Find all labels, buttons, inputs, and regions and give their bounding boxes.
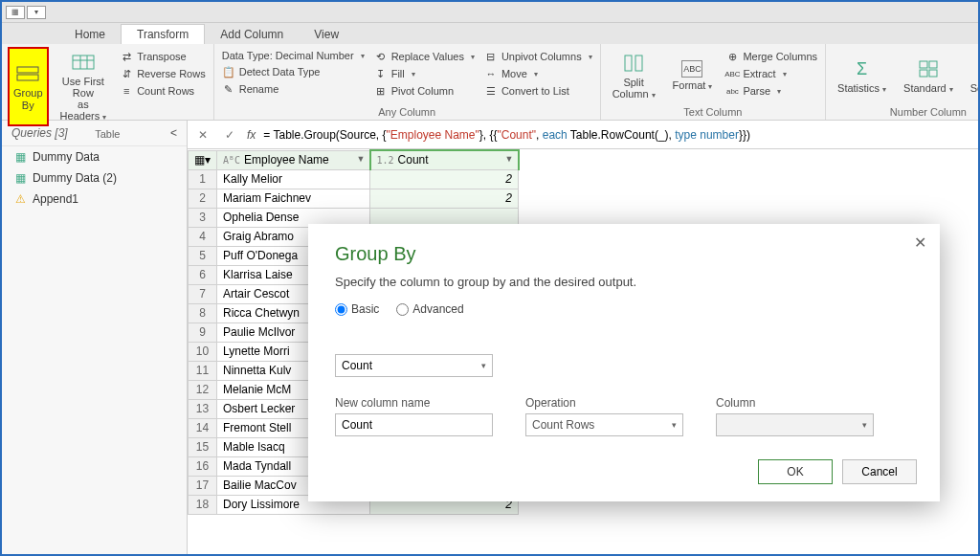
text-column-group-label: Text Column [607, 104, 819, 120]
detect-type-button[interactable]: 📋Detect Data Type [220, 64, 367, 79]
row-number[interactable]: 4 [189, 227, 217, 246]
reverse-icon: ⇵ [120, 67, 133, 80]
fx-icon[interactable]: fx [247, 128, 256, 142]
table-icon: ▦ [13, 150, 27, 164]
statistics-button[interactable]: Σ Statistics [832, 47, 892, 104]
formula-commit-icon[interactable]: ✓ [220, 128, 239, 142]
extract-button[interactable]: ABCExtract [724, 66, 819, 81]
row-number[interactable]: 1 [189, 169, 217, 189]
parse-button[interactable]: abcParse [724, 83, 819, 99]
row-number[interactable]: 12 [189, 380, 217, 399]
count-rows-button[interactable]: ≡Count Rows [118, 83, 208, 99]
move-icon: ↔ [484, 67, 498, 80]
unpivot-button[interactable]: ⊟Unpivot Columns [482, 49, 594, 64]
row-number[interactable]: 10 [189, 342, 217, 361]
format-button[interactable]: ABC Format [667, 47, 719, 104]
data-type-button[interactable]: Data Type: Decimal Number [220, 49, 367, 62]
query-item[interactable]: ▦Dummy Data (2) [2, 167, 187, 189]
row-number[interactable]: 18 [189, 495, 217, 514]
use-first-row-button[interactable]: Use First Row as Headers [55, 47, 113, 126]
tab-view[interactable]: View [299, 25, 354, 44]
row-number[interactable]: 2 [189, 189, 217, 208]
replace-values-button[interactable]: ⟲Replace Values [372, 49, 477, 64]
cancel-button[interactable]: Cancel [842, 459, 917, 484]
svg-rect-2 [73, 56, 94, 69]
group-by-label: Group By [13, 87, 43, 110]
row-number[interactable]: 5 [189, 246, 217, 265]
filter-icon[interactable]: ▼ [357, 154, 366, 164]
reverse-rows-button[interactable]: ⇵Reverse Rows [118, 66, 208, 81]
cell-employee[interactable]: Kally Melior [217, 169, 370, 189]
formula-bar: ✕ ✓ fx = Table.Group(Source, {"Employee … [188, 121, 978, 149]
ok-button[interactable]: OK [758, 459, 833, 484]
table-row[interactable]: 1Kally Melior2 [189, 169, 519, 189]
dialog-title: Group By [335, 243, 913, 265]
table-row[interactable]: 2Mariam Faichnev2 [189, 189, 519, 208]
tab-add-column[interactable]: Add Column [205, 25, 299, 44]
standard-button[interactable]: Standard [898, 47, 959, 104]
cell-count[interactable]: 2 [370, 169, 519, 189]
merge-columns-button[interactable]: ⊕Merge Columns [724, 49, 819, 64]
query-item[interactable]: ▦Dummy Data [2, 146, 187, 167]
row-number[interactable]: 7 [189, 284, 217, 303]
svg-rect-11 [929, 70, 937, 77]
convert-list-button[interactable]: ☰Convert to List [482, 83, 594, 99]
radio-basic[interactable]: Basic [335, 302, 379, 316]
svg-rect-10 [920, 70, 927, 77]
group-by-dialog: ✕ Group By Specify the column to group b… [308, 224, 940, 501]
table-icon: ▦ [13, 171, 27, 185]
tab-home[interactable]: Home [59, 25, 121, 44]
row-number[interactable]: 6 [189, 265, 217, 284]
move-button[interactable]: ↔Move [482, 66, 594, 81]
operation-select[interactable]: Count Rows [525, 413, 683, 436]
row-number[interactable]: 11 [189, 361, 217, 380]
row-number[interactable]: 16 [189, 456, 217, 476]
rename-button[interactable]: ✎Rename [220, 81, 367, 97]
transpose-button[interactable]: ⇄Transpose [118, 49, 208, 64]
group-by-button[interactable]: Group By [8, 47, 49, 126]
dialog-close-icon[interactable]: ✕ [914, 234, 926, 252]
cell-count[interactable]: 2 [370, 189, 519, 208]
groupby-column-select[interactable]: Count [335, 354, 493, 377]
row-number[interactable]: 9 [189, 322, 217, 342]
ribbon-tabs: Home Transform Add Column View [2, 23, 978, 44]
radio-advanced[interactable]: Advanced [396, 302, 463, 316]
grid-corner[interactable]: ▦▾ [189, 150, 217, 169]
svg-rect-8 [920, 61, 927, 68]
column-header-count[interactable]: 1.2Count▼ [370, 150, 519, 169]
row-number[interactable]: 3 [189, 208, 217, 227]
column-header-employee[interactable]: AᴮCEmployee Name▼ [217, 150, 370, 169]
new-column-input[interactable] [335, 413, 493, 436]
tab-transform[interactable]: Transform [121, 24, 205, 44]
row-number[interactable]: 17 [189, 476, 217, 495]
row-number[interactable]: 13 [189, 399, 217, 418]
row-number[interactable]: 8 [189, 303, 217, 322]
column-label: Column [716, 396, 874, 410]
count-icon: ≡ [120, 84, 133, 98]
any-column-group-label: Any Column [220, 104, 594, 120]
query-item[interactable]: ⚠Append1 [2, 189, 187, 210]
replace-icon: ⟲ [374, 50, 388, 63]
column-select[interactable] [716, 413, 874, 436]
use-first-row-label: Use First Row as Headers [60, 76, 107, 122]
scientific-button[interactable]: 10² Scientific [965, 47, 980, 104]
fill-button[interactable]: ↧Fill [372, 66, 477, 81]
standard-icon [915, 57, 942, 80]
row-number[interactable]: 14 [189, 418, 217, 437]
rename-icon: ✎ [222, 82, 235, 96]
titlebar-dropdown[interactable]: ▾ [27, 6, 46, 19]
row-number[interactable]: 15 [189, 437, 217, 456]
queries-pane: Queries [3] < ▦Dummy Data▦Dummy Data (2)… [2, 121, 188, 554]
cell-employee[interactable]: Mariam Faichnev [217, 189, 370, 208]
formula-text[interactable]: = Table.Group(Source, {"Employee Name"},… [263, 128, 750, 142]
sigma-icon: Σ [849, 57, 876, 80]
pivot-button[interactable]: ⊞Pivot Column [372, 83, 477, 99]
window-icon: ▦ [6, 6, 25, 19]
filter-icon[interactable]: ▼ [505, 154, 514, 164]
dialog-description: Specify the column to group by and the d… [335, 275, 913, 289]
split-column-button[interactable]: Split Column [607, 47, 661, 104]
pivot-icon: ⊞ [374, 84, 388, 98]
extract-icon: ABC [725, 67, 739, 80]
list-icon: ☰ [484, 84, 498, 98]
merge-icon: ⊕ [725, 50, 739, 63]
